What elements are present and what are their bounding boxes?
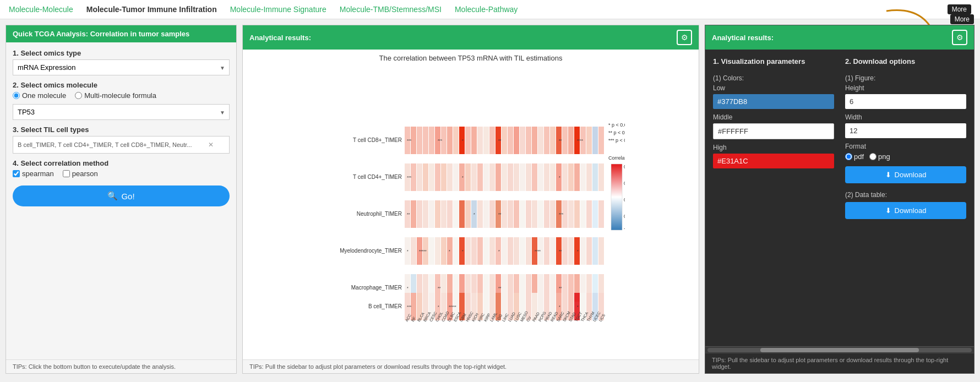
format-pdf-radio[interactable] xyxy=(845,153,852,160)
checkbox-spearman[interactable]: spearman xyxy=(13,170,54,178)
scrollbar-thumb[interactable] xyxy=(760,348,919,352)
svg-rect-94 xyxy=(483,200,489,228)
svg-text:B cell_TIMER: B cell_TIMER xyxy=(368,303,402,309)
nav-item-molecule-pathway[interactable]: Molecule-Pathway xyxy=(455,5,518,14)
download-figure-label: Download xyxy=(895,171,927,179)
svg-rect-110 xyxy=(580,200,586,228)
svg-rect-48 xyxy=(423,163,428,191)
svg-text:***: *** xyxy=(407,139,411,143)
svg-text:**: ** xyxy=(498,212,502,216)
section-til-types: 3. Select TIL cell types B cell_TIMER, T… xyxy=(13,125,230,154)
section2-label: 2. Select omics molecule xyxy=(13,81,230,89)
svg-rect-17 xyxy=(471,127,477,154)
svg-text:****: **** xyxy=(577,139,583,143)
svg-rect-103 xyxy=(538,200,543,228)
section-omics-molecule: 2. Select omics molecule One molecule Mu… xyxy=(13,81,230,120)
mid-panel-header: Analytical results: ⚙ xyxy=(243,25,699,50)
viz-section-title: 1. Visualization parameters xyxy=(713,57,834,66)
til-value-text: B cell_TIMER, T cell CD4+_TIMER, T cell … xyxy=(18,141,206,148)
right-col-viz: 1. Visualization parameters (1) Colors: … xyxy=(713,57,834,339)
radio-multi-molecule[interactable]: Multi-molecule formula xyxy=(75,91,156,100)
svg-rect-61 xyxy=(502,163,507,191)
svg-rect-147 xyxy=(580,237,586,265)
high-color-input[interactable] xyxy=(713,154,834,168)
section3-label: 3. Select TIL cell types xyxy=(13,125,230,134)
more-button[interactable]: More xyxy=(948,4,971,14)
svg-rect-23 xyxy=(508,127,513,154)
svg-rect-24 xyxy=(514,127,519,154)
svg-rect-7 xyxy=(411,127,416,154)
mid-color-input[interactable] xyxy=(713,123,834,139)
format-png-radio[interactable] xyxy=(869,153,876,160)
svg-rect-47 xyxy=(417,163,422,191)
left-panel-body: 1. Select omics type mRNA Expression 2. … xyxy=(6,42,236,359)
svg-text:** p < 0.01: ** p < 0.01 xyxy=(608,130,625,135)
low-color-input[interactable] xyxy=(713,94,834,109)
svg-text:-0.2: -0.2 xyxy=(624,226,625,231)
omics-select[interactable]: mRNA Expression xyxy=(13,59,230,75)
scrollbar-area[interactable] xyxy=(705,346,974,353)
svg-rect-25 xyxy=(520,127,525,154)
svg-rect-148 xyxy=(586,237,592,265)
svg-rect-18 xyxy=(477,127,483,154)
svg-rect-93 xyxy=(477,200,483,228)
svg-text:*: * xyxy=(438,305,439,309)
right-widget-button[interactable]: ⚙ xyxy=(952,30,967,45)
svg-rect-84 xyxy=(423,200,428,228)
width-input[interactable] xyxy=(845,123,966,138)
download-data-button[interactable]: ⬇ Download xyxy=(845,202,966,219)
svg-rect-129 xyxy=(471,237,477,265)
radio-one-molecule[interactable]: One molecule xyxy=(13,91,66,100)
mid-label: Middle xyxy=(713,113,834,121)
svg-rect-19 xyxy=(483,127,489,154)
svg-rect-97 xyxy=(502,200,507,228)
svg-text:*: * xyxy=(577,249,579,253)
svg-rect-82 xyxy=(411,200,416,228)
molecule-select[interactable]: TP53 xyxy=(13,104,230,120)
nav-item-molecule-immune[interactable]: Molecule-Immune Signature xyxy=(230,5,326,14)
svg-rect-76 xyxy=(592,163,598,191)
go-button-label: Go! xyxy=(121,192,134,201)
svg-text:*: * xyxy=(449,249,450,253)
nav-item-molecule-tumor[interactable]: Molecule-Tumor Immune Infiltration xyxy=(86,5,217,14)
svg-rect-10 xyxy=(429,127,434,154)
format-pdf-label[interactable]: pdf xyxy=(845,152,864,161)
search-icon: 🔍 xyxy=(107,191,118,201)
nav-item-molecule-molecule[interactable]: Molecule-Molecule xyxy=(9,5,73,14)
svg-rect-62 xyxy=(508,163,513,191)
svg-rect-271 xyxy=(611,164,622,230)
til-multiselect[interactable]: B cell_TIMER, T cell CD4+_TIMER, T cell … xyxy=(13,136,230,154)
mid-panel-tip: TIPs: Pull the sidebar to adjust plot pa… xyxy=(243,359,699,373)
svg-rect-124 xyxy=(441,237,447,265)
heatmap-container: The correlation between TP53 mRNA with T… xyxy=(243,50,699,359)
svg-rect-95 xyxy=(489,200,495,228)
svg-text:*****: ***** xyxy=(449,305,456,309)
til-clear-button[interactable]: ✕ xyxy=(208,141,214,149)
svg-text:**: ** xyxy=(498,139,502,143)
right-more-badge[interactable]: More xyxy=(950,14,974,24)
svg-rect-132 xyxy=(489,237,495,265)
svg-rect-57 xyxy=(477,163,483,191)
svg-text:0.4: 0.4 xyxy=(624,181,625,186)
right-panel-title: Analytical results: xyxy=(712,34,774,42)
svg-rect-142 xyxy=(550,237,556,265)
svg-rect-100 xyxy=(520,200,525,228)
svg-text:**: ** xyxy=(559,139,562,143)
svg-rect-63 xyxy=(514,163,519,191)
nav-item-molecule-tmb[interactable]: Molecule-TMB/Stemness/MSI xyxy=(340,5,442,14)
format-png-label[interactable]: png xyxy=(869,152,890,161)
svg-rect-123 xyxy=(435,237,440,265)
svg-rect-26 xyxy=(526,127,531,154)
svg-text:**: ** xyxy=(559,286,562,290)
mid-panel: Analytical results: ⚙ The correlation be… xyxy=(242,25,699,374)
svg-rect-65 xyxy=(526,163,531,191)
svg-rect-36 xyxy=(586,127,592,154)
go-button[interactable]: 🔍 Go! xyxy=(13,185,230,206)
height-input[interactable] xyxy=(845,94,966,109)
mid-widget-button[interactable]: ⚙ xyxy=(677,30,692,45)
heatmap-svg: T cell CD8+_TIMER T cell CD4+_TIMER Neut… xyxy=(317,94,625,330)
main-area: Quick TCGA Analysis: Correlation in tumo… xyxy=(0,19,980,374)
checkbox-pearson[interactable]: pearson xyxy=(63,170,98,178)
left-panel-tip: TIPs: Click the bottom button to execute… xyxy=(6,359,236,373)
download-figure-button[interactable]: ⬇ Download xyxy=(845,166,966,183)
